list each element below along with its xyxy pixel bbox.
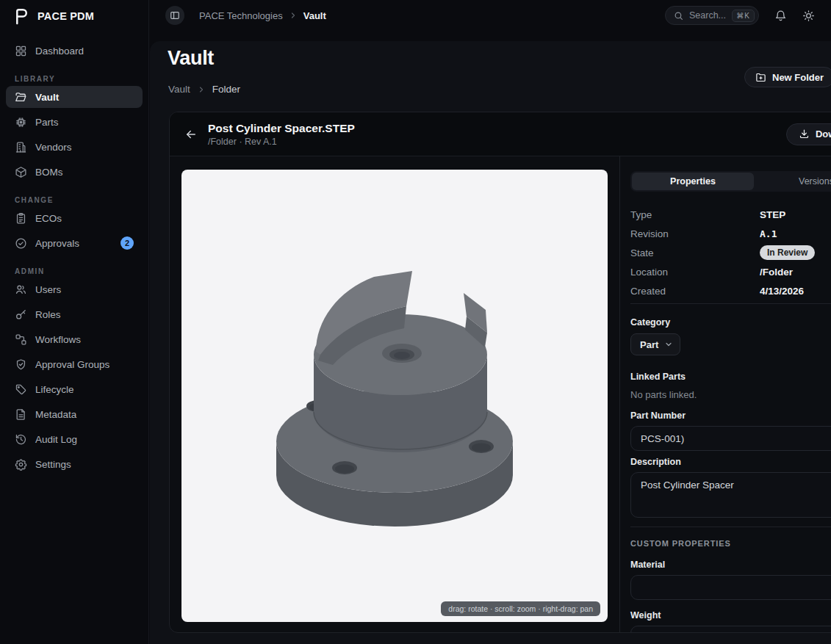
- sidebar-item-label: Workflows: [35, 334, 81, 345]
- arrow-left-icon: [184, 128, 198, 141]
- linked-parts-empty-text: No parts linked.: [630, 389, 831, 400]
- sidebar-item-label: Roles: [35, 309, 61, 320]
- file-text-icon: [15, 408, 27, 421]
- 3d-model-post-cylinder-spacer: [181, 170, 608, 622]
- sidebar-item-label: Dashboard: [35, 46, 84, 57]
- theme-toggle-button[interactable]: [802, 10, 815, 22]
- download-icon: [799, 129, 810, 140]
- page-breadcrumb: Vault Folder: [168, 84, 240, 95]
- property-label: Location: [630, 267, 760, 278]
- page-title: Vault: [168, 47, 214, 70]
- sidebar-item-label: ECOs: [35, 213, 62, 224]
- download-button[interactable]: Download: [786, 123, 831, 145]
- brand-name: PACE PDM: [37, 10, 94, 22]
- sidebar-item-audit-log[interactable]: Audit Log: [6, 428, 143, 450]
- property-value: 4/13/2026: [760, 286, 804, 297]
- category-value: Part: [640, 339, 658, 350]
- description-textarea[interactable]: Post Cylinder Spacer: [630, 472, 831, 518]
- notifications-button[interactable]: [774, 10, 787, 22]
- sidebar-item-label: Users: [35, 284, 61, 295]
- bell-icon: [774, 10, 787, 22]
- search-input[interactable]: Search... ⌘K: [665, 6, 759, 25]
- property-label: State: [630, 247, 760, 258]
- sidebar-item-label: Vault: [35, 92, 59, 103]
- sidebar-item-metadata[interactable]: Metadata: [6, 403, 143, 425]
- search-icon: [674, 11, 683, 21]
- property-value: STEP: [760, 209, 785, 220]
- sidebar-item-dashboard[interactable]: Dashboard: [6, 40, 143, 62]
- breadcrumb-root[interactable]: PACE Technologies: [199, 10, 283, 21]
- sun-icon: [802, 10, 815, 22]
- material-input[interactable]: [630, 575, 831, 600]
- file-meta: /Folder · Rev A.1: [208, 137, 355, 147]
- sidebar-item-label: Settings: [35, 459, 71, 470]
- chip-icon: [15, 116, 27, 129]
- property-row-location: Location /Folder: [630, 265, 831, 278]
- sidebar-item-settings[interactable]: Settings: [6, 453, 143, 475]
- breadcrumb: PACE Technologies Vault: [199, 10, 326, 21]
- weight-label: Weight: [630, 610, 831, 621]
- new-folder-label: New Folder: [772, 72, 824, 83]
- description-label: Description: [630, 457, 831, 467]
- tab-properties[interactable]: Properties: [632, 173, 754, 190]
- sidebar-item-label: Metadata: [35, 409, 76, 420]
- sidebar: PACE PDM Dashboard LIBRARY Vault Parts: [0, 0, 149, 644]
- sidebar-item-label: Vendors: [35, 142, 72, 153]
- property-row-created: Created 4/13/2026: [630, 284, 831, 297]
- tab-versions[interactable]: Versions: [755, 173, 831, 190]
- clipboard-icon: [15, 212, 27, 225]
- part-number-input[interactable]: [630, 426, 831, 451]
- search-placeholder: Search...: [689, 10, 726, 21]
- category-select[interactable]: Part: [630, 333, 680, 355]
- sidebar-item-lifecycle[interactable]: Lifecycle: [6, 378, 143, 400]
- weight-input[interactable]: [630, 626, 831, 632]
- file-name: Post Cylinder Spacer.STEP: [208, 121, 355, 135]
- topbar: PACE Technologies Vault Search... ⌘K: [149, 0, 831, 31]
- dashboard-icon: [15, 45, 27, 57]
- search-shortcut-badge: ⌘K: [732, 10, 755, 22]
- file-detail-card: Post Cylinder Spacer.STEP /Folder · Rev …: [169, 112, 831, 633]
- 3d-viewer-canvas[interactable]: drag: rotate · scroll: zoom · right-drag…: [181, 170, 608, 622]
- sidebar-item-roles[interactable]: Roles: [6, 303, 143, 325]
- tag-icon: [15, 383, 27, 396]
- workflow-icon: [15, 333, 27, 346]
- sidebar-item-parts[interactable]: Parts: [6, 111, 143, 133]
- page-breadcrumb-root[interactable]: Vault: [168, 84, 190, 95]
- sidebar-item-workflows[interactable]: Workflows: [6, 328, 143, 350]
- folder-open-icon: [15, 91, 27, 104]
- chevron-right-icon: [197, 85, 206, 94]
- new-folder-button[interactable]: New Folder: [744, 67, 831, 87]
- shield-check-icon: [15, 358, 27, 371]
- sidebar-section-library: LIBRARY: [0, 75, 148, 83]
- gear-icon: [15, 458, 27, 471]
- property-label: Created: [630, 286, 760, 297]
- back-button[interactable]: [184, 128, 198, 141]
- sidebar-item-label: Audit Log: [35, 434, 77, 445]
- sidebar-item-ecos[interactable]: ECOs: [6, 207, 143, 229]
- approvals-count-badge: 2: [120, 236, 134, 250]
- panel-tabbar: Properties Versions: [630, 171, 831, 192]
- sidebar-toggle-button[interactable]: [165, 6, 184, 25]
- sidebar-item-boms[interactable]: BOMs: [6, 161, 143, 183]
- part-number-label: Part Number: [630, 410, 831, 421]
- state-badge: In Review: [760, 245, 815, 260]
- property-rows: Type STEP Revision A.1 State In Review L…: [630, 208, 831, 297]
- pace-logo-icon: [12, 7, 30, 26]
- topbar-actions: Search... ⌘K: [665, 6, 815, 25]
- sidebar-item-vendors[interactable]: Vendors: [6, 136, 143, 158]
- property-row-revision: Revision A.1: [630, 227, 831, 240]
- sidebar-item-label: Lifecycle: [35, 384, 74, 395]
- brand: PACE PDM: [0, 0, 148, 32]
- main-content: Vault Vault Folder New Folder Post Cylin…: [150, 41, 831, 644]
- building-icon: [15, 141, 27, 153]
- sidebar-item-label: Approvals: [35, 238, 79, 249]
- folder-plus-icon: [755, 72, 766, 83]
- sidebar-item-users[interactable]: Users: [6, 278, 143, 300]
- sidebar-item-approvals[interactable]: Approvals 2: [6, 232, 143, 254]
- sidebar-item-vault[interactable]: Vault: [6, 86, 143, 108]
- sidebar-section-admin: ADMIN: [0, 267, 148, 275]
- custom-properties-heading: CUSTOM PROPERTIES: [630, 539, 831, 548]
- download-label: Download: [816, 129, 831, 140]
- property-label: Revision: [630, 228, 760, 239]
- sidebar-item-approval-groups[interactable]: Approval Groups: [6, 353, 143, 375]
